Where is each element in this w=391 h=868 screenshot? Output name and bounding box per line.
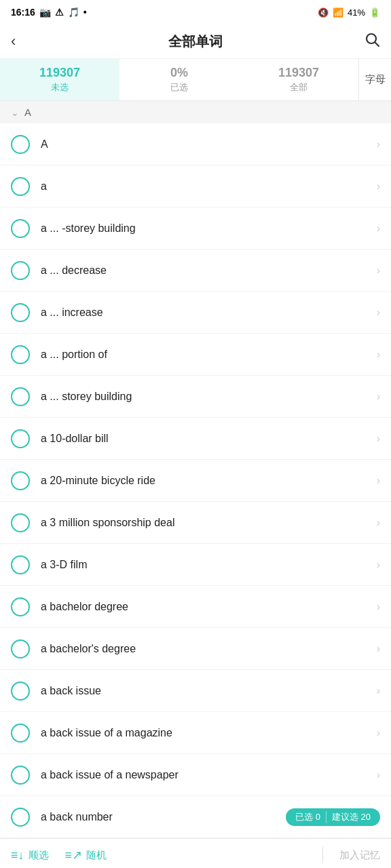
dot-icon: •: [83, 7, 87, 18]
item-checkbox[interactable]: [11, 808, 30, 827]
item-checkbox[interactable]: [11, 345, 30, 364]
random-icon: ≡↗: [65, 848, 83, 863]
badge-selected: 已选 0: [295, 811, 320, 823]
selection-badge: 已选 0建议选 20: [286, 808, 380, 826]
svg-line-1: [375, 43, 379, 46]
item-a-decrease[interactable]: a ... decrease›: [0, 250, 391, 292]
item-a-10dollar[interactable]: a 10-dollar bill›: [0, 418, 391, 460]
item-checkbox[interactable]: [11, 639, 30, 658]
badge-suggest: 建议选 20: [332, 811, 371, 823]
item-a-portion[interactable]: a ... portion of›: [0, 334, 391, 376]
zimu-label: 字母: [365, 73, 386, 86]
item-a-increase[interactable]: a ... increase›: [0, 292, 391, 334]
tab-selected-num: 0%: [170, 66, 188, 80]
item-checkbox[interactable]: [11, 261, 30, 280]
add-memory-label: 加入记忆: [339, 849, 380, 861]
item-a-backissue[interactable]: a back issue›: [0, 670, 391, 712]
item-label: a back issue of a newspaper: [41, 769, 371, 781]
battery-icon: 🔋: [369, 7, 380, 18]
item-a-backissue-news[interactable]: a back issue of a newspaper›: [0, 754, 391, 796]
item-label: a bachelor degree: [41, 601, 371, 613]
item-label: a 3-D film: [41, 559, 371, 571]
item-arrow-icon: ›: [377, 307, 380, 319]
status-bar: 16:16 📷 ⚠ 🎵 • 🔇 📶 41% 🔋: [0, 0, 391, 24]
item-a-bachelor[interactable]: a bachelor degree›: [0, 586, 391, 628]
item-arrow-icon: ›: [377, 559, 380, 571]
random-button[interactable]: ≡↗ 随机: [65, 848, 107, 863]
toolbar-left: ≡↓ 顺选 ≡↗ 随机: [11, 848, 322, 863]
battery-display: 41%: [348, 7, 365, 18]
item-label: a back issue: [41, 685, 371, 697]
item-a-20min[interactable]: a 20-minute bicycle ride›: [0, 460, 391, 502]
item-checkbox[interactable]: [11, 682, 30, 701]
item-checkbox[interactable]: [11, 135, 30, 154]
item-arrow-icon: ›: [377, 391, 380, 403]
tab-selected-label: 已选: [170, 81, 188, 94]
item-a-3million[interactable]: a 3 million sponsorship deal›: [0, 502, 391, 544]
item-checkbox[interactable]: [11, 513, 30, 532]
item-arrow-icon: ›: [377, 769, 380, 781]
item-checkbox[interactable]: [11, 724, 30, 743]
time-display: 16:16: [11, 7, 35, 18]
item-a-bachelors[interactable]: a bachelor's degree›: [0, 628, 391, 670]
top-nav: ‹ 全部单词: [0, 24, 391, 59]
item-A-cap[interactable]: A›: [0, 123, 391, 165]
music-icon: 🎵: [68, 7, 79, 18]
item-arrow-icon: ›: [377, 180, 380, 193]
item-label: a bachelor's degree: [41, 643, 371, 655]
item-arrow-icon: ›: [377, 727, 380, 739]
item-checkbox[interactable]: [11, 555, 30, 574]
tab-unselected[interactable]: 119307 未选: [0, 59, 119, 100]
item-a-storey2[interactable]: a ... storey building›: [0, 376, 391, 418]
order-button[interactable]: ≡↓ 顺选: [11, 848, 49, 863]
item-label: a 20-minute bicycle ride: [41, 475, 371, 487]
bottom-toolbar: ≡↓ 顺选 ≡↗ 随机 加入记忆: [0, 838, 391, 868]
back-button[interactable]: ‹: [11, 33, 33, 50]
item-arrow-icon: ›: [377, 601, 380, 613]
badge-wrap: 已选 0建议选 20: [286, 808, 380, 826]
item-a-backissue-mag[interactable]: a back issue of a magazine›: [0, 712, 391, 754]
item-checkbox[interactable]: [11, 387, 30, 406]
search-button[interactable]: [358, 31, 380, 52]
order-icon: ≡↓: [11, 848, 24, 863]
tab-unselected-label: 未选: [51, 81, 69, 94]
item-a-storey1[interactable]: a ... -storey building›: [0, 208, 391, 250]
item-label: a 10-dollar bill: [41, 433, 371, 445]
tab-zimu[interactable]: 字母: [358, 59, 391, 100]
item-checkbox[interactable]: [11, 303, 30, 322]
item-arrow-icon: ›: [377, 264, 380, 277]
tab-total[interactable]: 119307 全部: [239, 59, 358, 100]
item-a-3d[interactable]: a 3-D film›: [0, 544, 391, 586]
alert-icon: ⚠: [55, 7, 64, 18]
tab-total-num: 119307: [278, 66, 319, 80]
tab-selected[interactable]: 0% 已选: [119, 59, 239, 100]
collapse-icon: ⌄: [11, 107, 19, 118]
item-label: a ... decrease: [41, 264, 371, 277]
item-label: a back issue of a magazine: [41, 727, 371, 739]
item-label: a ... increase: [41, 307, 371, 319]
camera-icon: 📷: [39, 7, 51, 18]
item-arrow-icon: ›: [377, 433, 380, 445]
item-checkbox[interactable]: [11, 429, 30, 448]
item-a[interactable]: a›: [0, 165, 391, 208]
item-label: a back number: [41, 811, 286, 823]
badge-divider: [326, 811, 327, 823]
order-label: 顺选: [29, 849, 49, 862]
item-a-backnumber[interactable]: a back number已选 0建议选 20: [0, 796, 391, 838]
item-arrow-icon: ›: [377, 349, 380, 361]
add-memory-button[interactable]: 加入记忆: [323, 849, 380, 862]
section-label: A: [24, 106, 31, 118]
signal-icon: 📶: [333, 7, 343, 18]
status-right: 🔇 📶 41% 🔋: [318, 7, 380, 18]
item-arrow-icon: ›: [377, 685, 380, 697]
item-checkbox[interactable]: [11, 766, 30, 785]
item-checkbox[interactable]: [11, 597, 30, 616]
item-label: A: [41, 138, 371, 151]
item-arrow-icon: ›: [377, 643, 380, 655]
item-label: a 3 million sponsorship deal: [41, 517, 371, 529]
item-checkbox[interactable]: [11, 177, 30, 196]
item-checkbox[interactable]: [11, 471, 30, 490]
item-checkbox[interactable]: [11, 219, 30, 238]
item-label: a: [41, 180, 371, 193]
item-arrow-icon: ›: [377, 475, 380, 487]
